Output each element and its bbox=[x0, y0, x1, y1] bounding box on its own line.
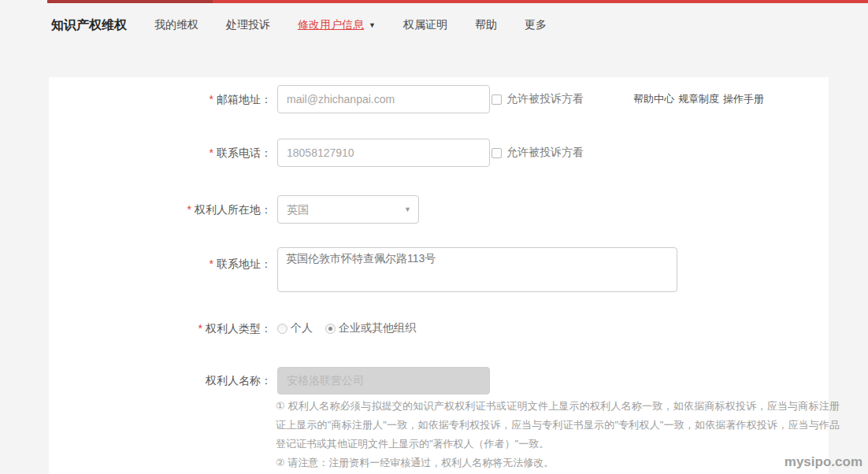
top-accent-line-light bbox=[213, 0, 868, 3]
radio-label: 个人 bbox=[291, 321, 313, 335]
name-label: 权利人名称： bbox=[49, 367, 272, 394]
phone-visibility-checkbox-row[interactable]: 允许被投诉方看 bbox=[491, 139, 584, 167]
nav-item-help[interactable]: 帮助 bbox=[475, 18, 497, 32]
location-selected-value: 英国 bbox=[287, 203, 309, 216]
required-asterisk: * bbox=[210, 146, 213, 159]
radio-label: 企业或其他组织 bbox=[339, 321, 416, 335]
rights-holder-name-row: 权利人名称： bbox=[49, 367, 829, 394]
nav-item-more[interactable]: 更多 bbox=[525, 18, 547, 32]
watermark: mysipo.com bbox=[785, 454, 862, 470]
email-label: *邮箱地址： bbox=[49, 85, 272, 113]
nav-item-ownership-proof[interactable]: 权属证明 bbox=[403, 18, 447, 32]
required-asterisk: * bbox=[210, 93, 213, 106]
form-panel: *邮箱地址： 允许被投诉方看 帮助中心 规章制度 操作手册 *联系电话： 允许被… bbox=[49, 77, 829, 474]
checkbox-icon[interactable] bbox=[491, 94, 502, 105]
phone-row: *联系电话： 允许被投诉方看 bbox=[49, 139, 829, 167]
nav-item-label: 修改用户信息 bbox=[298, 18, 364, 31]
phone-label: *联系电话： bbox=[49, 139, 272, 167]
radio-enterprise[interactable]: 企业或其他组织 bbox=[325, 321, 416, 335]
help-links: 帮助中心 规章制度 操作手册 bbox=[633, 85, 768, 113]
checkbox-label: 允许被投诉方看 bbox=[506, 146, 584, 160]
help-center-link[interactable]: 帮助中心 bbox=[633, 92, 674, 106]
location-label: *权利人所在地： bbox=[49, 195, 272, 224]
type-label-text: 权利人类型： bbox=[206, 322, 272, 335]
address-label-text: 联系地址： bbox=[217, 257, 272, 270]
name-label-text: 权利人名称： bbox=[206, 374, 272, 387]
note-line-2: ② 请注意：注册资料一经审核通过，权利人名称将无法修改。 bbox=[276, 454, 840, 472]
main-nav: 知识产权维权 我的维权 处理投诉 修改用户信息▼ 权属证明 帮助 更多 bbox=[51, 16, 574, 35]
checkbox-label: 允许被投诉方看 bbox=[506, 92, 584, 106]
location-label-text: 权利人所在地： bbox=[195, 203, 272, 216]
chevron-down-icon: ▼ bbox=[369, 21, 376, 29]
nav-item-handle-complaints[interactable]: 处理投诉 bbox=[226, 18, 270, 32]
email-row: *邮箱地址： 允许被投诉方看 帮助中心 规章制度 操作手册 bbox=[49, 85, 829, 113]
address-label: *联系地址： bbox=[49, 247, 272, 272]
type-label: *权利人类型： bbox=[49, 320, 272, 336]
location-select[interactable]: 英国 ▼ bbox=[277, 195, 419, 224]
note-line-1: ① 权利人名称必须与拟提交的知识产权权利证书或证明文件上显示的权利人名称一致，如… bbox=[276, 397, 840, 454]
rights-holder-name-input bbox=[277, 367, 490, 394]
phone-input[interactable] bbox=[277, 139, 490, 167]
address-row: *联系地址： 英国伦敦市怀特查佩尔路113号 bbox=[49, 247, 829, 292]
form-notes: ① 权利人名称必须与拟提交的知识产权权利证书或证明文件上显示的权利人名称一致，如… bbox=[276, 397, 840, 472]
rules-link[interactable]: 规章制度 bbox=[678, 92, 719, 106]
rights-holder-type-row: *权利人类型： 个人 企业或其他组织 bbox=[49, 320, 829, 336]
top-accent-line-dark bbox=[47, 0, 213, 3]
manual-link[interactable]: 操作手册 bbox=[723, 92, 764, 106]
radio-icon[interactable] bbox=[277, 324, 287, 334]
checkbox-icon[interactable] bbox=[491, 148, 502, 158]
type-radio-group: 个人 企业或其他组织 bbox=[277, 320, 428, 336]
location-row: *权利人所在地： 英国 ▼ bbox=[49, 195, 829, 224]
email-label-text: 邮箱地址： bbox=[217, 93, 272, 106]
email-input[interactable] bbox=[277, 85, 490, 113]
nav-item-ip-rights[interactable]: 知识产权维权 bbox=[51, 17, 127, 34]
phone-label-text: 联系电话： bbox=[217, 146, 272, 159]
radio-individual[interactable]: 个人 bbox=[277, 321, 313, 335]
nav-item-edit-user-info[interactable]: 修改用户信息▼ bbox=[298, 18, 376, 32]
required-asterisk: * bbox=[187, 203, 191, 216]
address-textarea[interactable]: 英国伦敦市怀特查佩尔路113号 bbox=[277, 247, 677, 292]
required-asterisk: * bbox=[198, 322, 202, 335]
dropdown-arrow-icon: ▼ bbox=[404, 196, 411, 223]
nav-item-my-cases[interactable]: 我的维权 bbox=[154, 18, 198, 32]
email-visibility-checkbox-row[interactable]: 允许被投诉方看 bbox=[491, 85, 584, 113]
required-asterisk: * bbox=[210, 257, 213, 270]
radio-icon[interactable] bbox=[325, 324, 336, 334]
